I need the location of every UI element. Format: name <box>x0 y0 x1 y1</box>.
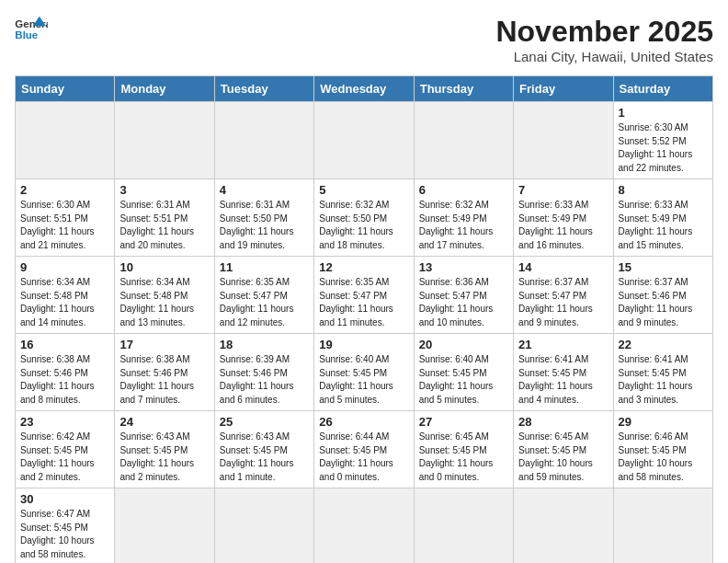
logo-icon: General Blue <box>15 15 48 42</box>
day-info: Sunrise: 6:32 AM Sunset: 5:50 PM Dayligh… <box>319 199 408 252</box>
day-number: 11 <box>220 260 309 274</box>
day-cell: 17Sunrise: 6:38 AM Sunset: 5:46 PM Dayli… <box>115 334 214 411</box>
day-cell: 20Sunrise: 6:40 AM Sunset: 5:45 PM Dayli… <box>414 334 513 411</box>
day-info: Sunrise: 6:35 AM Sunset: 5:47 PM Dayligh… <box>220 276 309 329</box>
day-number: 14 <box>518 260 608 274</box>
svg-text:Blue: Blue <box>15 29 38 40</box>
day-info: Sunrise: 6:34 AM Sunset: 5:48 PM Dayligh… <box>20 276 109 329</box>
day-cell: 6Sunrise: 6:32 AM Sunset: 5:49 PM Daylig… <box>414 179 513 257</box>
weekday-header-row: SundayMondayTuesdayWednesdayThursdayFrid… <box>16 76 713 102</box>
day-number: 2 <box>20 183 109 197</box>
day-cell: 27Sunrise: 6:45 AM Sunset: 5:45 PM Dayli… <box>414 411 513 488</box>
day-cell: 2Sunrise: 6:30 AM Sunset: 5:51 PM Daylig… <box>16 179 115 257</box>
day-number: 17 <box>119 338 209 351</box>
day-number: 7 <box>518 183 608 197</box>
day-cell: 12Sunrise: 6:35 AM Sunset: 5:47 PM Dayli… <box>314 257 414 334</box>
day-cell <box>414 102 513 179</box>
day-cell <box>514 488 613 564</box>
day-info: Sunrise: 6:47 AM Sunset: 5:45 PM Dayligh… <box>20 508 109 561</box>
day-number: 20 <box>419 338 508 351</box>
day-number: 26 <box>319 415 408 429</box>
day-cell: 10Sunrise: 6:34 AM Sunset: 5:48 PM Dayli… <box>115 257 214 334</box>
day-cell: 7Sunrise: 6:33 AM Sunset: 5:49 PM Daylig… <box>514 179 613 257</box>
day-info: Sunrise: 6:40 AM Sunset: 5:45 PM Dayligh… <box>319 353 408 407</box>
day-info: Sunrise: 6:41 AM Sunset: 5:45 PM Dayligh… <box>619 353 708 407</box>
page-header: General Blue November 2025 Lanai City, H… <box>15 15 713 64</box>
day-info: Sunrise: 6:34 AM Sunset: 5:48 PM Dayligh… <box>119 276 209 329</box>
weekday-header-tuesday: Tuesday <box>214 76 313 102</box>
day-number: 28 <box>518 415 608 429</box>
day-cell: 16Sunrise: 6:38 AM Sunset: 5:46 PM Dayli… <box>16 334 115 411</box>
day-cell: 8Sunrise: 6:33 AM Sunset: 5:49 PM Daylig… <box>613 179 712 257</box>
location: Lanai City, Hawaii, United States <box>495 49 713 64</box>
day-number: 22 <box>619 338 708 351</box>
day-cell: 25Sunrise: 6:43 AM Sunset: 5:45 PM Dayli… <box>214 411 313 488</box>
day-info: Sunrise: 6:40 AM Sunset: 5:45 PM Dayligh… <box>419 353 508 407</box>
day-number: 1 <box>619 106 708 120</box>
day-cell: 9Sunrise: 6:34 AM Sunset: 5:48 PM Daylig… <box>16 257 115 334</box>
day-info: Sunrise: 6:37 AM Sunset: 5:47 PM Dayligh… <box>518 276 608 329</box>
weekday-header-thursday: Thursday <box>414 76 513 102</box>
day-cell: 23Sunrise: 6:42 AM Sunset: 5:45 PM Dayli… <box>16 411 115 488</box>
day-info: Sunrise: 6:43 AM Sunset: 5:45 PM Dayligh… <box>220 431 309 484</box>
day-cell <box>214 102 313 179</box>
day-cell: 24Sunrise: 6:43 AM Sunset: 5:45 PM Dayli… <box>115 411 214 488</box>
week-row-1: 1Sunrise: 6:30 AM Sunset: 5:52 PM Daylig… <box>16 102 713 179</box>
month-title: November 2025 <box>495 15 713 49</box>
day-number: 18 <box>220 338 309 351</box>
week-row-5: 23Sunrise: 6:42 AM Sunset: 5:45 PM Dayli… <box>16 411 713 488</box>
day-info: Sunrise: 6:45 AM Sunset: 5:45 PM Dayligh… <box>419 431 508 484</box>
day-info: Sunrise: 6:45 AM Sunset: 5:45 PM Dayligh… <box>518 431 608 484</box>
day-info: Sunrise: 6:38 AM Sunset: 5:46 PM Dayligh… <box>20 353 109 407</box>
day-cell: 3Sunrise: 6:31 AM Sunset: 5:51 PM Daylig… <box>115 179 214 257</box>
day-info: Sunrise: 6:33 AM Sunset: 5:49 PM Dayligh… <box>518 199 608 252</box>
day-cell: 21Sunrise: 6:41 AM Sunset: 5:45 PM Dayli… <box>514 334 613 411</box>
day-info: Sunrise: 6:35 AM Sunset: 5:47 PM Dayligh… <box>319 276 408 329</box>
day-cell <box>314 102 414 179</box>
day-number: 8 <box>619 183 708 197</box>
day-number: 4 <box>220 183 309 197</box>
weekday-header-sunday: Sunday <box>16 76 115 102</box>
day-info: Sunrise: 6:31 AM Sunset: 5:51 PM Dayligh… <box>119 199 209 252</box>
day-number: 12 <box>319 260 408 274</box>
day-number: 29 <box>619 415 708 429</box>
day-cell <box>115 488 214 564</box>
day-cell: 14Sunrise: 6:37 AM Sunset: 5:47 PM Dayli… <box>514 257 613 334</box>
day-cell: 1Sunrise: 6:30 AM Sunset: 5:52 PM Daylig… <box>613 102 712 179</box>
day-info: Sunrise: 6:41 AM Sunset: 5:45 PM Dayligh… <box>518 353 608 407</box>
day-cell: 22Sunrise: 6:41 AM Sunset: 5:45 PM Dayli… <box>613 334 712 411</box>
day-number: 10 <box>119 260 209 274</box>
day-cell: 4Sunrise: 6:31 AM Sunset: 5:50 PM Daylig… <box>214 179 313 257</box>
day-number: 24 <box>119 415 209 429</box>
day-number: 16 <box>20 338 109 351</box>
day-info: Sunrise: 6:39 AM Sunset: 5:46 PM Dayligh… <box>220 353 309 407</box>
day-info: Sunrise: 6:37 AM Sunset: 5:46 PM Dayligh… <box>619 276 708 329</box>
day-info: Sunrise: 6:42 AM Sunset: 5:45 PM Dayligh… <box>20 431 109 484</box>
week-row-2: 2Sunrise: 6:30 AM Sunset: 5:51 PM Daylig… <box>16 179 713 257</box>
day-cell <box>613 488 712 564</box>
day-cell: 18Sunrise: 6:39 AM Sunset: 5:46 PM Dayli… <box>214 334 313 411</box>
day-cell <box>115 102 214 179</box>
day-info: Sunrise: 6:30 AM Sunset: 5:52 PM Dayligh… <box>619 121 708 175</box>
weekday-header-saturday: Saturday <box>613 76 712 102</box>
day-info: Sunrise: 6:38 AM Sunset: 5:46 PM Dayligh… <box>119 353 209 407</box>
day-info: Sunrise: 6:44 AM Sunset: 5:45 PM Dayligh… <box>319 431 408 484</box>
day-number: 9 <box>20 260 109 274</box>
day-cell: 5Sunrise: 6:32 AM Sunset: 5:50 PM Daylig… <box>314 179 414 257</box>
day-info: Sunrise: 6:30 AM Sunset: 5:51 PM Dayligh… <box>20 199 109 252</box>
day-cell: 19Sunrise: 6:40 AM Sunset: 5:45 PM Dayli… <box>314 334 414 411</box>
day-number: 30 <box>20 492 109 506</box>
day-info: Sunrise: 6:31 AM Sunset: 5:50 PM Dayligh… <box>220 199 309 252</box>
week-row-4: 16Sunrise: 6:38 AM Sunset: 5:46 PM Dayli… <box>16 334 713 411</box>
weekday-header-wednesday: Wednesday <box>314 76 414 102</box>
day-number: 6 <box>419 183 508 197</box>
day-cell <box>16 102 115 179</box>
day-number: 27 <box>419 415 508 429</box>
day-cell: 26Sunrise: 6:44 AM Sunset: 5:45 PM Dayli… <box>314 411 414 488</box>
weekday-header-friday: Friday <box>514 76 613 102</box>
day-number: 25 <box>220 415 309 429</box>
day-number: 13 <box>419 260 508 274</box>
day-cell: 30Sunrise: 6:47 AM Sunset: 5:45 PM Dayli… <box>16 488 115 564</box>
day-cell <box>314 488 414 564</box>
day-number: 19 <box>319 338 408 351</box>
